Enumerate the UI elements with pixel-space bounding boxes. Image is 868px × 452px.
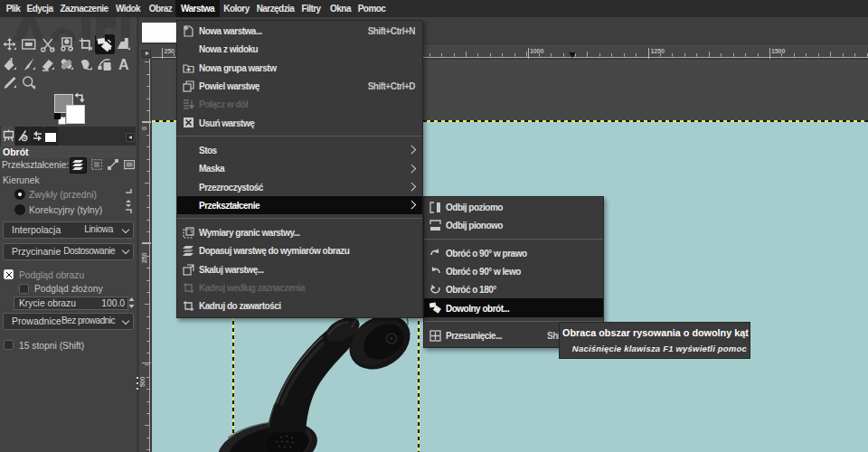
svg-text:A: A [118, 57, 129, 72]
svg-text:o: o [22, 135, 25, 141]
